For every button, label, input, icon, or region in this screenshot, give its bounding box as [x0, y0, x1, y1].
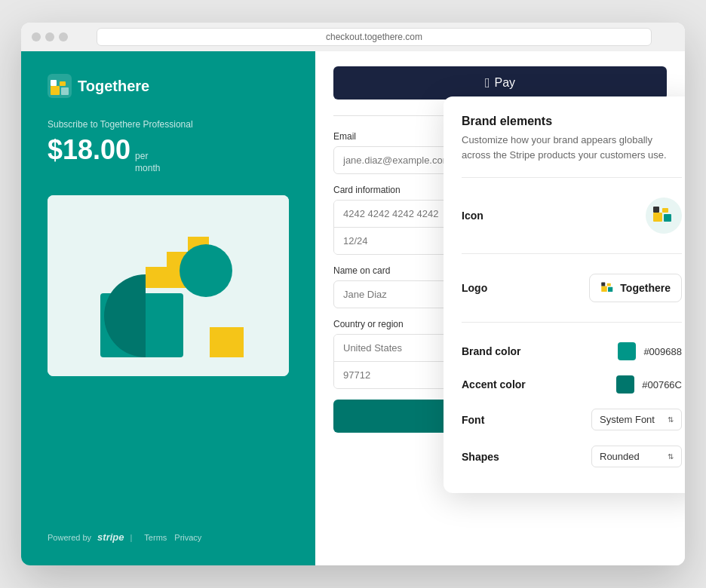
accent-color-value-row: #00766C [616, 375, 682, 394]
terms-link[interactable]: Terms [144, 533, 167, 542]
icon-row-label: Icon [462, 210, 483, 222]
svg-rect-19 [608, 287, 612, 292]
logo-preview[interactable]: Togethere [589, 274, 682, 302]
brand-panel: Brand elements Customize how your brand … [444, 96, 685, 493]
svg-rect-16 [602, 286, 608, 292]
footer-divider: | [130, 533, 133, 542]
svg-rect-3 [60, 81, 66, 86]
browser-dots [32, 32, 68, 41]
stripe-logo: stripe [97, 531, 124, 543]
brand-color-label: Brand color [462, 345, 521, 357]
panel-desc: Customize how your brand appears globall… [462, 133, 682, 162]
svg-rect-15 [664, 214, 671, 222]
brand-icon-preview [652, 204, 676, 228]
footer-links: Terms Privacy [144, 533, 201, 542]
accent-color-label: Accent color [462, 378, 526, 390]
browser-dot-yellow [45, 32, 54, 41]
subscribe-label: Subscribe to Togethere Professional [48, 119, 289, 130]
logo-row: Logo Togethere [462, 266, 682, 310]
font-chevron-icon: ⇅ [668, 415, 674, 424]
apple-pay-button[interactable]:  Pay [333, 66, 667, 100]
svg-rect-4 [61, 87, 69, 95]
apple-icon:  [485, 75, 490, 91]
svg-rect-17 [602, 283, 606, 286]
powered-by-text: Powered by [48, 533, 91, 542]
checkout-left-panel: Togethere Subscribe to Togethere Profess… [21, 51, 315, 565]
svg-rect-12 [653, 213, 662, 222]
brand-header: Togethere [48, 74, 289, 98]
accent-color-swatch[interactable] [616, 375, 634, 394]
browser-dot-green [59, 32, 68, 41]
logo-icon [600, 280, 615, 296]
browser-bar: checkout.togethere.com [21, 23, 685, 51]
brand-color-hex: #009688 [643, 346, 682, 357]
price-period: per month [135, 151, 160, 174]
price-row: $18.00 per month [48, 134, 289, 174]
svg-rect-13 [653, 207, 659, 213]
browser-content: Togethere Subscribe to Togethere Profess… [21, 51, 685, 565]
brand-color-swatch[interactable] [618, 342, 636, 360]
svg-rect-18 [607, 283, 611, 286]
svg-rect-7 [146, 267, 167, 288]
panel-title: Brand elements [462, 115, 682, 128]
logo-text: Togethere [620, 282, 671, 294]
svg-rect-10 [210, 327, 244, 357]
panel-divider-1 [462, 177, 682, 178]
shapes-label: Shapes [462, 451, 499, 463]
url-text: checkout.togethere.com [326, 32, 422, 42]
browser-window: checkout.togethere.com Togethere Subscri… [21, 23, 685, 565]
shapes-chevron-icon: ⇅ [668, 452, 674, 461]
svg-rect-14 [662, 208, 668, 213]
font-row: Font System Font ⇅ [462, 401, 682, 438]
illustration-box [48, 195, 289, 376]
font-dropdown[interactable]: System Font ⇅ [591, 409, 682, 430]
powered-footer: Powered by stripe | Terms Privacy [48, 531, 289, 543]
icon-row: Icon [462, 190, 682, 241]
svg-rect-2 [51, 80, 57, 86]
svg-rect-1 [51, 86, 60, 95]
panel-divider-3 [462, 322, 682, 323]
font-label: Font [462, 414, 484, 426]
accent-color-hex: #00766C [642, 379, 682, 390]
brand-color-row: Brand color #009688 [462, 335, 682, 368]
svg-point-11 [180, 244, 232, 297]
accent-color-row: Accent color #00766C [462, 368, 682, 401]
panel-divider-2 [462, 253, 682, 254]
shapes-value: Rounded [600, 451, 640, 462]
logo-row-label: Logo [462, 282, 487, 294]
illustration-svg [48, 195, 289, 376]
brand-name-left: Togethere [78, 78, 149, 95]
browser-url-bar: checkout.togethere.com [97, 28, 652, 46]
font-value: System Font [600, 414, 655, 425]
brand-color-value-row: #009688 [618, 342, 682, 360]
shapes-row: Shapes Rounded ⇅ [462, 438, 682, 475]
brand-icon [48, 74, 72, 98]
shapes-dropdown[interactable]: Rounded ⇅ [591, 446, 682, 467]
icon-preview[interactable] [646, 198, 682, 234]
price-amount: $18.00 [48, 134, 130, 166]
apple-pay-label: Pay [495, 76, 516, 90]
privacy-link[interactable]: Privacy [174, 533, 201, 542]
browser-dot-red [32, 32, 41, 41]
